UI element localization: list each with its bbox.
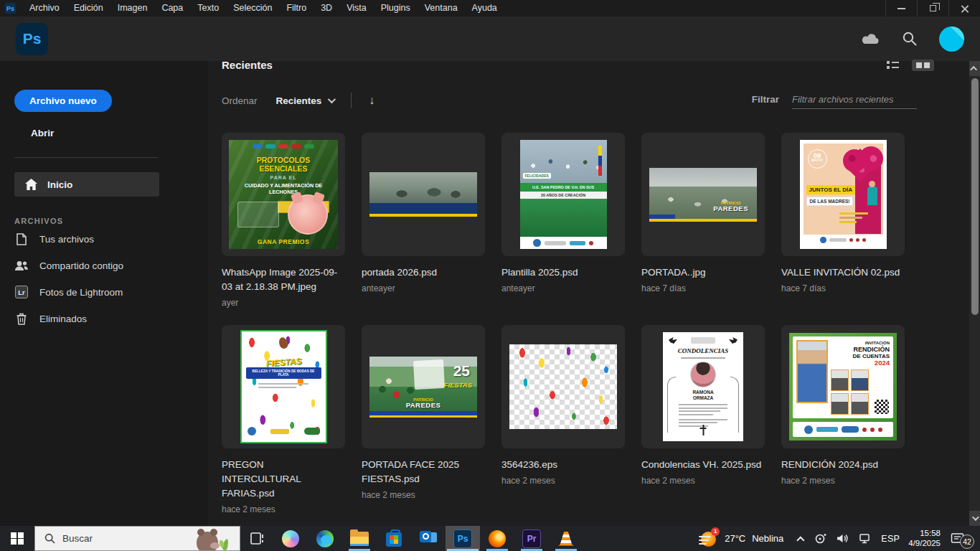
sidebar-item-tus-archivos[interactable]: Tus archivos bbox=[14, 226, 208, 252]
chevron-down-icon bbox=[972, 514, 979, 521]
menu-edicion[interactable]: Edición bbox=[67, 0, 110, 17]
file-thumbnail[interactable] bbox=[501, 325, 625, 448]
sidebar-item-eliminados[interactable]: Eliminados bbox=[14, 306, 208, 331]
start-button[interactable] bbox=[0, 526, 34, 551]
taskbar-app-premiere[interactable]: Pr bbox=[514, 526, 549, 551]
file-card[interactable]: 3564236.eps hace 2 meses bbox=[501, 325, 625, 532]
close-button[interactable] bbox=[948, 0, 980, 17]
menu-archivo[interactable]: Archivo bbox=[22, 0, 67, 17]
file-time: hace 2 meses bbox=[641, 476, 765, 486]
taskbar-app-store[interactable] bbox=[377, 526, 411, 551]
file-thumbnail[interactable]: PROTOCOLOS ESENCIALES PARA EL CUIDADO Y … bbox=[222, 133, 345, 256]
menu-3d[interactable]: 3D bbox=[314, 0, 339, 17]
account-avatar[interactable] bbox=[939, 27, 964, 52]
file-thumbnail[interactable]: 25 FIESTAS PATRICIOPAREDES bbox=[362, 325, 485, 448]
scroll-up-button[interactable] bbox=[969, 61, 980, 76]
file-card[interactable]: 09MAYO JUNTOS EL DÍA DE LAS MADRES! VALL… bbox=[781, 133, 905, 325]
notification-center-button[interactable]: 42 bbox=[951, 529, 974, 549]
file-name[interactable]: Plantilla 2025.psd bbox=[501, 265, 625, 280]
file-card[interactable]: FIESTAS BELLEZA Y TRADICIÓN DE BODAS DE … bbox=[222, 325, 345, 532]
file-time: hace 2 meses bbox=[362, 490, 485, 500]
lightroom-icon: Lr bbox=[14, 286, 29, 298]
file-card[interactable]: 25 FIESTAS PATRICIOPAREDES PORTADA FACE … bbox=[362, 325, 485, 532]
minimize-button[interactable] bbox=[885, 0, 917, 17]
weather-badge: 1 bbox=[711, 527, 720, 536]
file-name[interactable]: WhatsApp Image 2025-09-03 at 2.18.38 PM.… bbox=[222, 265, 345, 294]
file-thumbnail[interactable]: CONDOLENCIAS RAMONAORMAZA bbox=[641, 325, 765, 448]
weather-widget[interactable]: 1 27°C Neblina bbox=[695, 529, 788, 548]
file-time: hace 2 meses bbox=[222, 504, 345, 514]
cloud-sync-icon[interactable] bbox=[860, 32, 880, 46]
file-name[interactable]: RENDICIÓN 2024.psd bbox=[781, 458, 905, 472]
menu-filtro[interactable]: Filtro bbox=[279, 0, 314, 17]
file-card[interactable]: CONDOLENCIAS RAMONAORMAZA Condolencias V… bbox=[641, 325, 765, 532]
file-thumbnail[interactable]: FELICIDADES U.E. SAN PEDRO DE V.H. EN SU… bbox=[501, 133, 625, 256]
page-title: Recientes bbox=[222, 59, 980, 71]
taskbar-app-vlc[interactable] bbox=[549, 526, 583, 551]
file-card[interactable]: PROTOCOLOS ESENCIALES PARA EL CUIDADO Y … bbox=[222, 133, 345, 325]
list-view-button[interactable] bbox=[882, 58, 903, 72]
taskbar-app-photoshop[interactable]: Ps bbox=[446, 526, 480, 551]
scrollbar[interactable] bbox=[969, 61, 980, 526]
tray-expand-icon[interactable] bbox=[797, 536, 805, 544]
sidebar-item-lightroom[interactable]: Lr Fotos de Lightroom bbox=[14, 279, 208, 305]
taskbar-app-edge[interactable] bbox=[308, 526, 342, 551]
menu-imagen[interactable]: Imagen bbox=[110, 0, 155, 17]
language-indicator[interactable]: ESP bbox=[881, 534, 900, 544]
file-thumbnail[interactable]: 09MAYO JUNTOS EL DÍA DE LAS MADRES! bbox=[781, 133, 905, 256]
search-icon[interactable] bbox=[902, 31, 918, 47]
restore-button[interactable] bbox=[917, 0, 948, 17]
file-thumbnail[interactable] bbox=[362, 133, 485, 256]
file-thumbnail[interactable]: INVITACIÓN RENDICIÓN DE CUENTAS 2024 bbox=[781, 325, 905, 448]
taskbar-app-copilot[interactable] bbox=[273, 526, 308, 551]
taskbar-app-firefox[interactable] bbox=[480, 526, 514, 551]
new-file-button[interactable]: Archivo nuevo bbox=[14, 90, 112, 112]
open-button[interactable]: Abrir bbox=[31, 128, 208, 138]
sort-dropdown[interactable]: Recientes bbox=[276, 95, 334, 106]
grid-view-button[interactable] bbox=[912, 60, 934, 71]
scroll-down-button[interactable] bbox=[969, 511, 980, 526]
taskbar-right: 1 27°C Neblina ESP 15:58 4/9/2025 42 bbox=[695, 526, 980, 551]
file-thumbnail[interactable]: PATRICIOPAREDES bbox=[641, 133, 765, 256]
home-icon bbox=[24, 179, 38, 190]
network-icon[interactable] bbox=[859, 533, 872, 544]
file-card[interactable]: portada 2026.psd anteayer bbox=[362, 133, 485, 325]
sidebar-section-archivos: ARCHIVOS bbox=[14, 217, 208, 225]
file-card[interactable]: FELICIDADES U.E. SAN PEDRO DE V.H. EN SU… bbox=[501, 133, 625, 325]
file-name[interactable]: PORTADA FACE 2025 FIESTAS.psd bbox=[362, 458, 485, 486]
file-name[interactable]: PORTADA..jpg bbox=[641, 265, 765, 280]
volume-icon[interactable] bbox=[837, 533, 849, 544]
sidebar-item-compartido[interactable]: Compartido contigo bbox=[14, 253, 208, 278]
meet-now-icon[interactable] bbox=[814, 533, 827, 544]
sort-direction-button[interactable]: ↓ bbox=[369, 94, 374, 107]
filter-label: Filtrar bbox=[752, 94, 779, 105]
file-name[interactable]: portada 2026.psd bbox=[362, 265, 485, 280]
menu-ventana[interactable]: Ventana bbox=[418, 0, 465, 17]
filter-input[interactable] bbox=[792, 93, 917, 109]
file-name[interactable]: VALLE INVITACIÓN 02.psd bbox=[781, 265, 905, 280]
sidebar-item-home[interactable]: Inicio bbox=[14, 172, 159, 197]
file-card[interactable]: INVITACIÓN RENDICIÓN DE CUENTAS 2024 bbox=[781, 325, 905, 532]
taskbar-app-explorer[interactable] bbox=[342, 526, 377, 551]
file-name[interactable]: Condolencias VH. 2025.psd bbox=[641, 458, 765, 472]
file-thumbnail[interactable]: FIESTAS BELLEZA Y TRADICIÓN DE BODAS DE … bbox=[222, 325, 345, 448]
document-icon bbox=[14, 233, 29, 245]
thumbnail-image: FELICIDADES U.E. SAN PEDRO DE V.H. EN SU… bbox=[520, 140, 607, 249]
scrollbar-thumb[interactable] bbox=[971, 78, 979, 315]
menu-capa[interactable]: Capa bbox=[154, 0, 190, 17]
taskbar-clock[interactable]: 15:58 4/9/2025 bbox=[908, 529, 941, 548]
file-name[interactable]: PREGON INTERCULTURAL FARIAS.psd bbox=[222, 458, 345, 501]
list-view-icon bbox=[887, 61, 899, 69]
microsoft-store-icon bbox=[386, 532, 402, 547]
menu-plugins[interactable]: Plugins bbox=[374, 0, 418, 17]
taskbar-search-box[interactable]: Buscar bbox=[34, 526, 240, 551]
menu-ayuda[interactable]: Ayuda bbox=[465, 0, 504, 17]
task-view-button[interactable] bbox=[240, 526, 273, 551]
menu-seleccion[interactable]: Selección bbox=[226, 0, 279, 17]
menu-texto[interactable]: Texto bbox=[190, 0, 226, 17]
menu-vista[interactable]: Vista bbox=[339, 0, 374, 17]
file-card[interactable]: PATRICIOPAREDES PORTADA..jpg hace 7 días bbox=[641, 133, 765, 325]
file-name[interactable]: 3564236.eps bbox=[501, 458, 625, 472]
thumbnail-image: PATRICIOPAREDES bbox=[649, 168, 757, 222]
taskbar-app-outlook[interactable] bbox=[411, 526, 446, 551]
